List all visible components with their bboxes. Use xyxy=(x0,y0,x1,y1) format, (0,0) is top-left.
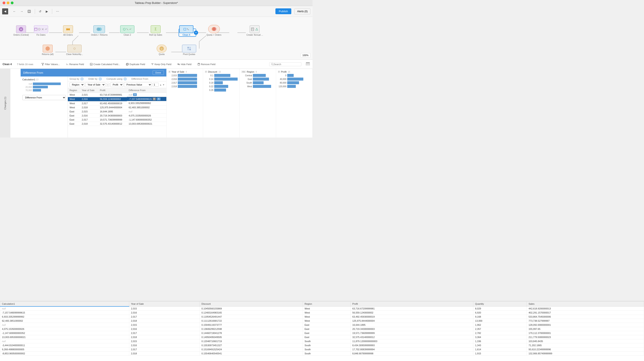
diff-method-select[interactable]: Difference From xyxy=(22,95,66,100)
diff-controls-row: Group by Order by Compute using Differen… xyxy=(68,77,166,82)
node-clean4[interactable]: Clean 4 xyxy=(179,25,194,36)
diff-increment-button[interactable]: ▲ xyxy=(160,84,162,86)
node-quota[interactable]: Q Quota xyxy=(157,45,166,56)
node-clean2[interactable]: Clean 2 xyxy=(120,25,134,36)
node-label: Clean 4 xyxy=(182,34,190,36)
col-header-diff: Difference From xyxy=(127,88,166,93)
flow-canvas: + ⊞ Orders (Central) Fix Dates All Order… xyxy=(0,17,312,60)
cell-profit: 63,492.45930000019 xyxy=(98,101,127,105)
diff-decrement-button[interactable]: ▼ xyxy=(162,84,165,86)
svg-rect-71 xyxy=(306,65,310,65)
node-pivot-quotas[interactable]: Pivot Quotas xyxy=(182,45,196,56)
order-direction-button[interactable]: ↕ xyxy=(106,83,110,87)
hide-icon xyxy=(177,63,180,66)
node-orders-central[interactable]: ⊞ Orders (Central) xyxy=(13,25,29,36)
search-box[interactable] xyxy=(269,62,302,66)
add-compute-icon[interactable] xyxy=(124,77,127,80)
order-field-select[interactable]: Year of Sale xyxy=(85,82,106,87)
cell-profit: 20,719.34300000003 xyxy=(98,114,127,118)
table-row[interactable]: West 2,018 125,975.8444000004 62,483.385… xyxy=(68,105,166,109)
node-orders-returns[interactable]: Orders + Returns xyxy=(91,25,108,36)
cell-diff: -7,157.548099999615B-A xyxy=(127,97,166,101)
options-button[interactable]: ⋯ xyxy=(55,9,60,14)
add-order-icon[interactable] xyxy=(99,77,102,80)
cell-diff: null xyxy=(127,109,166,114)
group-by-label: Group by xyxy=(70,78,79,80)
cell-diff: 6,933.335299999992 xyxy=(127,101,166,105)
remove-field-button[interactable]: Remove Field xyxy=(196,63,217,66)
minimize-button[interactable] xyxy=(7,2,10,4)
table-row[interactable]: East 2,015 16,644.1895 null xyxy=(68,109,166,114)
publish-button[interactable]: Publish xyxy=(276,8,292,14)
field-count-year: 4 xyxy=(186,71,187,73)
table-row[interactable]: East 2,018 32,575.43140000012 13,003.695… xyxy=(68,122,166,126)
node-all-orders[interactable]: All Orders xyxy=(63,25,73,36)
btn-ba[interactable]: B-A xyxy=(153,98,160,100)
diff-method-select2[interactable]: Previous Value xyxy=(124,82,152,87)
cell-profit: 63,716.67209999981 xyxy=(98,93,127,97)
filter-values-button[interactable]: Filter Values... xyxy=(40,63,61,66)
svg-line-68 xyxy=(273,65,274,65)
zoom-indicator: 100% xyxy=(300,53,310,57)
cell-diff: nullA xyxy=(127,93,166,97)
svg-rect-69 xyxy=(306,62,310,63)
alerts-button[interactable]: Alerts (0) xyxy=(294,8,310,15)
rename-field-button[interactable]: T Rename Field xyxy=(64,63,85,66)
forward-button[interactable]: → xyxy=(19,9,24,14)
compute-field-select[interactable]: Profit xyxy=(110,82,123,87)
step-name: Clean 4 xyxy=(2,63,12,66)
node-clean-notes[interactable]: Clean Notes/Ap... xyxy=(66,45,83,56)
cell-year: 2,016 xyxy=(80,97,98,101)
field-type-region: Abc xyxy=(241,71,246,73)
svg-line-62 xyxy=(178,63,180,65)
node-create-annual[interactable]: Create 'Annual ... xyxy=(246,25,263,36)
bar-row: 2,018 xyxy=(168,85,201,88)
node-label: Clean 2 xyxy=(124,34,131,36)
node-quota-orders[interactable]: Quota + Orders xyxy=(206,25,221,36)
btn-a[interactable]: A xyxy=(133,93,137,96)
hist-70k-label: 70,000 xyxy=(22,89,32,92)
search-input[interactable] xyxy=(274,63,300,66)
svg-point-67 xyxy=(271,63,273,65)
create-calc-button[interactable]: fx Create Calculated Field... xyxy=(89,63,121,66)
save-button[interactable] xyxy=(26,9,32,14)
node-fix-dates[interactable]: Fix Dates xyxy=(34,25,48,36)
svg-text:Q: Q xyxy=(161,48,162,50)
hist-bar-70k xyxy=(33,89,41,92)
changes-label[interactable]: Changes (1) xyxy=(3,95,7,112)
table-row[interactable]: West 2,017 63,492.45930000019 6,933.3352… xyxy=(68,101,166,105)
svg-rect-63 xyxy=(198,63,200,65)
diff-body: Calculation1 13 null 20,000 xyxy=(20,77,166,138)
add-group-icon[interactable] xyxy=(80,77,84,80)
fullscreen-button[interactable] xyxy=(11,2,14,4)
play-button[interactable]: ▶ xyxy=(44,9,49,14)
svg-rect-49 xyxy=(189,47,191,48)
duplicate-field-button[interactable]: Duplicate Field xyxy=(125,63,146,66)
view-toggle-button[interactable] xyxy=(306,62,310,66)
table-row[interactable]: East 2,017 19,571.73609999999 -1,147.606… xyxy=(68,118,166,122)
node-label: Quota + Orders xyxy=(206,34,221,36)
diff-col-label: Difference From xyxy=(132,78,148,80)
changes-sidebar[interactable]: Changes (1) xyxy=(0,69,10,138)
col-header-year: Year of Sale xyxy=(80,88,98,93)
table-row[interactable]: West 2,016 56,559.1240000002 -7,157.5480… xyxy=(68,97,166,101)
diff-number-input[interactable] xyxy=(153,83,159,87)
hide-field-button[interactable]: Hide Field xyxy=(176,63,193,66)
node-rollup[interactable]: Σ Roll Up Sales xyxy=(149,25,162,36)
diff-data-table-container: Region Year of Sale Profit Difference Fr… xyxy=(68,88,166,126)
diff-done-button[interactable]: Done xyxy=(153,71,164,75)
group-field-select[interactable]: Region xyxy=(70,82,84,87)
keep-only-field-button[interactable]: Keep Only Field xyxy=(150,63,172,66)
sidebar-toggle-button[interactable]: ◀ xyxy=(2,8,8,15)
node-returns-all[interactable]: Returns (all) xyxy=(42,45,54,56)
svg-rect-51 xyxy=(189,49,191,50)
table-row[interactable]: West 2,015 63,716.67209999981 nullA xyxy=(68,93,166,97)
hist-bar-20k xyxy=(33,86,48,88)
refresh-button[interactable]: ↺ xyxy=(38,9,43,14)
bar-label: 2,018 xyxy=(168,85,177,88)
separator xyxy=(35,9,35,14)
profile-col-region: Abc Region 4 Central East South West xyxy=(240,69,276,138)
back-button[interactable]: ← xyxy=(12,9,17,14)
close-button[interactable] xyxy=(2,2,5,4)
table-row[interactable]: East 2,016 20,719.34300000003 4,075.1535… xyxy=(68,114,166,118)
